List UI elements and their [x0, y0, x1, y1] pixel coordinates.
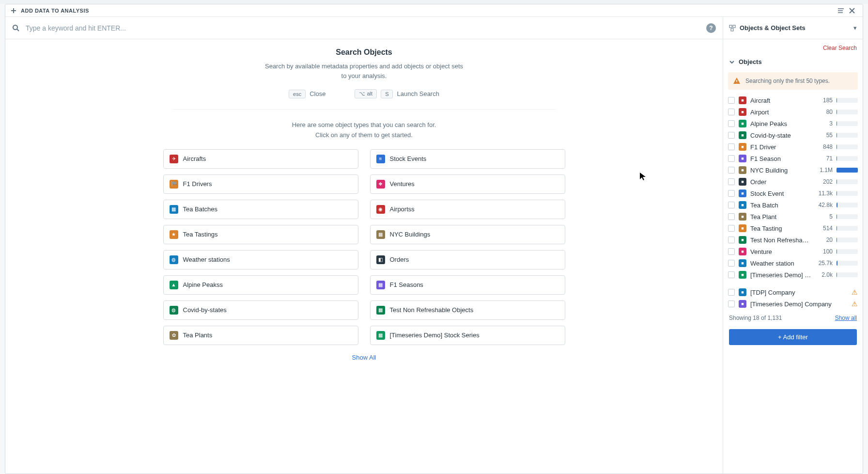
- row-name: Aircraft: [750, 97, 811, 104]
- object-type-tile[interactable]: ▲Alpine Peakss: [163, 275, 358, 295]
- row-icon: ■: [739, 201, 746, 209]
- svg-point-0: [843, 8, 844, 9]
- row-checkbox[interactable]: [728, 97, 735, 104]
- object-type-tile[interactable]: ◉Airportss: [370, 200, 565, 219]
- row-count: 80: [815, 109, 833, 115]
- object-type-tile[interactable]: ▦Test Non Refreshable Objects: [370, 300, 565, 320]
- object-row[interactable]: ■F1 Season71: [728, 153, 858, 164]
- search-input[interactable]: [26, 24, 700, 32]
- show-all-link[interactable]: Show All: [144, 354, 585, 361]
- row-bar: [837, 121, 858, 126]
- row-checkbox[interactable]: [728, 120, 735, 127]
- tile-label: Orders: [390, 256, 409, 263]
- help-icon[interactable]: ?: [706, 23, 716, 33]
- tile-label: F1 Seasons: [390, 281, 423, 288]
- row-name: Tea Batch: [750, 202, 811, 209]
- row-icon: ■: [739, 236, 746, 244]
- object-row[interactable]: ■Covid-by-state55: [728, 129, 858, 141]
- object-type-tile[interactable]: ▦Tea Batches: [163, 200, 358, 219]
- row-checkbox[interactable]: [728, 237, 735, 243]
- object-row[interactable]: ■F1 Driver848: [728, 141, 858, 153]
- row-checkbox[interactable]: [728, 213, 735, 220]
- row-checkbox[interactable]: [728, 225, 735, 232]
- svg-rect-4: [731, 29, 733, 31]
- object-row-warning[interactable]: ■[TDP] Company⚠: [728, 286, 858, 298]
- object-row[interactable]: ■Test Non Refreshable Object20: [728, 234, 858, 246]
- row-checkbox[interactable]: [728, 202, 735, 208]
- row-bar: [837, 168, 858, 173]
- object-type-tile[interactable]: ✈Aircrafts: [163, 149, 358, 169]
- close-hint: Close: [310, 90, 326, 97]
- object-type-tile[interactable]: ◍Weather stations: [163, 250, 358, 269]
- alt-key: ⌥ alt: [355, 89, 377, 98]
- row-icon: ■: [739, 271, 746, 279]
- object-row[interactable]: ■Tea Plant5: [728, 211, 858, 222]
- row-bar: [837, 272, 858, 277]
- object-row[interactable]: ■Alpine Peaks3: [728, 118, 858, 129]
- row-checkbox[interactable]: [728, 271, 735, 278]
- row-checkbox[interactable]: [728, 190, 735, 197]
- dialog-header: ADD DATA TO ANALYSIS: [5, 4, 863, 17]
- object-row[interactable]: ■Stock Event11.3k: [728, 188, 858, 199]
- list-view-button[interactable]: [835, 5, 846, 16]
- tile-label: Test Non Refreshable Objects: [390, 306, 474, 314]
- row-checkbox[interactable]: [728, 289, 735, 296]
- object-type-tile[interactable]: ★Tea Tastings: [163, 225, 358, 244]
- row-bar: [837, 144, 858, 149]
- row-name: [Timeseries Demo] Company: [750, 300, 833, 308]
- tile-icon: ◍: [170, 306, 178, 315]
- row-checkbox[interactable]: [728, 155, 735, 162]
- main-panel: ? Search Objects Search by available met…: [5, 17, 723, 474]
- row-checkbox[interactable]: [728, 260, 735, 267]
- row-name: Venture: [750, 248, 811, 255]
- object-row[interactable]: ■Tea Batch42.8k: [728, 199, 858, 211]
- object-type-tile[interactable]: ◧Orders: [370, 250, 565, 269]
- close-button[interactable]: [846, 5, 858, 16]
- object-row[interactable]: ■Tea Tasting514: [728, 222, 858, 234]
- object-row-warning[interactable]: ■[Timeseries Demo] Company⚠: [728, 298, 858, 310]
- add-filter-button[interactable]: + Add filter: [729, 329, 857, 345]
- object-row[interactable]: ■[Timeseries Demo] Stock S2.0k: [728, 269, 858, 281]
- object-row[interactable]: ■Venture100: [728, 246, 858, 257]
- tile-icon: ✈: [170, 155, 178, 163]
- object-type-tile[interactable]: 🏁F1 Drivers: [163, 174, 358, 194]
- clear-search-link[interactable]: Clear Search: [823, 45, 857, 51]
- show-all-side-link[interactable]: Show all: [835, 315, 857, 321]
- object-type-tile[interactable]: ◍Covid-by-states: [163, 300, 358, 320]
- object-row[interactable]: ■Airport80: [728, 106, 858, 118]
- object-row[interactable]: ■Aircraft185: [728, 95, 858, 106]
- background-toolbar: [0, 0, 868, 4]
- row-icon: ■: [739, 300, 746, 308]
- row-checkbox[interactable]: [728, 132, 735, 139]
- object-type-tile[interactable]: ✿Tea Plants: [163, 326, 358, 345]
- row-checkbox[interactable]: [728, 167, 735, 174]
- row-bar: [837, 191, 858, 196]
- objects-section-header[interactable]: Objects: [723, 54, 863, 70]
- object-row[interactable]: ■Order202: [728, 176, 858, 188]
- tile-icon: ◧: [376, 255, 385, 264]
- object-row[interactable]: ■NYC Building1.1M: [728, 164, 858, 176]
- warning-banner: Searching only the first 50 types.: [728, 72, 858, 90]
- row-checkbox[interactable]: [728, 300, 735, 307]
- tile-label: Tea Plants: [183, 332, 213, 339]
- plus-icon: [10, 7, 17, 14]
- object-type-tile[interactable]: ❖Ventures: [370, 174, 565, 194]
- row-icon: ■: [739, 178, 746, 186]
- tile-icon: ★: [170, 230, 178, 239]
- tile-label: Weather stations: [183, 256, 230, 263]
- row-checkbox[interactable]: [728, 143, 735, 150]
- row-checkbox[interactable]: [728, 248, 735, 255]
- row-checkbox[interactable]: [728, 109, 735, 115]
- main-heading: Search Objects: [144, 48, 585, 57]
- object-type-tile[interactable]: ▦[Timeseries Demo] Stock Series: [370, 326, 565, 345]
- object-type-tile[interactable]: ≡Stock Events: [370, 149, 565, 169]
- row-name: F1 Season: [750, 155, 811, 162]
- esc-key: esc: [289, 90, 306, 98]
- row-bar: [837, 226, 858, 231]
- object-row[interactable]: ■Weather station25.7k: [728, 257, 858, 269]
- side-header[interactable]: Objects & Object Sets ▾: [723, 17, 863, 39]
- row-checkbox[interactable]: [728, 178, 735, 185]
- object-type-tile[interactable]: ▦F1 Seasons: [370, 275, 565, 295]
- objects-list: ■Aircraft185■Airport80■Alpine Peaks3■Cov…: [723, 95, 863, 310]
- object-type-tile[interactable]: ▦NYC Buildings: [370, 225, 565, 244]
